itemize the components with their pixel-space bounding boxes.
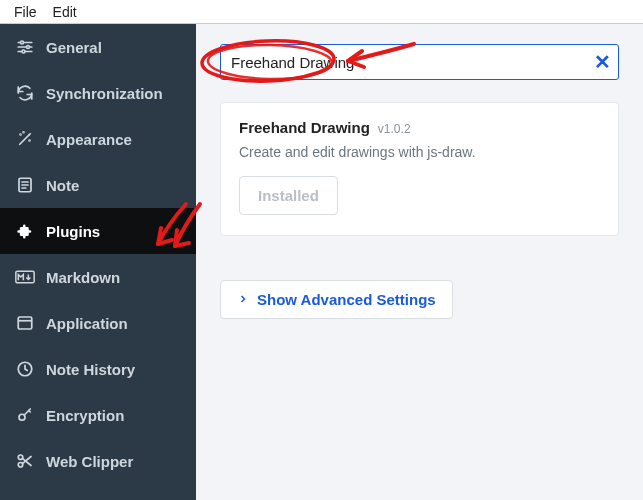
sidebar-item-label: Synchronization [46,85,163,102]
main-panel: ✕ Freehand Drawing v1.0.2 Create and edi… [196,24,643,500]
sidebar-item-markdown[interactable]: Markdown [0,254,196,300]
svg-rect-14 [18,317,32,329]
sidebar-item-general[interactable]: General [0,24,196,70]
plugin-name: Freehand Drawing [239,119,370,136]
sidebar-item-appearance[interactable]: Appearance [0,116,196,162]
sidebar-item-note[interactable]: Note [0,162,196,208]
sliders-icon [16,38,34,56]
menu-edit[interactable]: Edit [45,2,85,22]
svg-point-4 [27,46,30,49]
markdown-icon [16,268,34,286]
plugin-search-wrap: ✕ [220,44,619,80]
sidebar-item-label: Note [46,177,79,194]
sidebar-item-label: Plugins [46,223,100,240]
settings-sidebar: General Synchronization Appearance Note [0,24,196,500]
key-icon [16,406,34,424]
show-advanced-label: Show Advanced Settings [257,291,436,308]
sidebar-item-encryption[interactable]: Encryption [0,392,196,438]
scissors-icon [16,452,34,470]
sidebar-item-application[interactable]: Application [0,300,196,346]
svg-point-8 [23,132,24,133]
sidebar-item-label: Encryption [46,407,124,424]
sidebar-item-synchronization[interactable]: Synchronization [0,70,196,116]
annotation-overlay [196,24,643,500]
sidebar-item-plugins[interactable]: Plugins [0,208,196,254]
svg-point-5 [22,50,25,53]
window-icon [16,314,34,332]
menu-file[interactable]: File [6,2,45,22]
history-icon [16,360,34,378]
sidebar-item-label: Web Clipper [46,453,133,470]
svg-point-3 [21,41,24,44]
svg-point-6 [20,134,21,135]
plugin-description: Create and edit drawings with js-draw. [239,144,600,160]
sidebar-item-label: General [46,39,102,56]
plugin-version: v1.0.2 [378,122,411,136]
sync-icon [16,84,34,102]
clear-search-icon[interactable]: ✕ [594,52,611,72]
note-icon [16,176,34,194]
svg-point-7 [29,140,30,141]
chevron-right-icon [237,291,249,308]
sidebar-item-label: Appearance [46,131,132,148]
sidebar-item-label: Application [46,315,128,332]
menu-bar: File Edit [0,0,643,24]
plugin-result-card: Freehand Drawing v1.0.2 Create and edit … [220,102,619,236]
sidebar-item-label: Note History [46,361,135,378]
plugin-search-input[interactable] [220,44,619,80]
sidebar-item-web-clipper[interactable]: Web Clipper [0,438,196,484]
sidebar-item-label: Markdown [46,269,120,286]
sidebar-item-note-history[interactable]: Note History [0,346,196,392]
install-button[interactable]: Installed [239,176,338,215]
show-advanced-button[interactable]: Show Advanced Settings [220,280,453,319]
puzzle-icon [16,222,34,240]
magic-wand-icon [16,130,34,148]
